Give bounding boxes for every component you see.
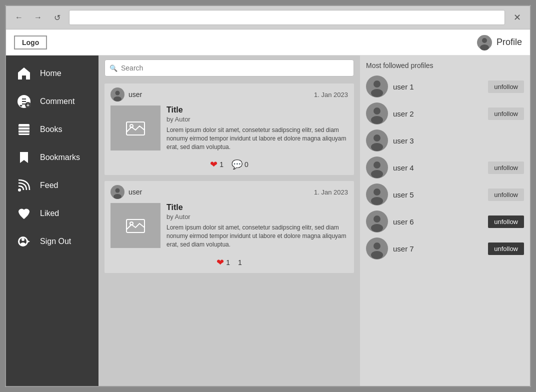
post-comment-count-2: 1 bbox=[238, 258, 242, 266]
svg-point-2 bbox=[480, 44, 489, 50]
profile-area[interactable]: Profile bbox=[476, 34, 522, 50]
svg-point-30 bbox=[371, 89, 383, 97]
sidebar-item-home-label: Home bbox=[40, 69, 62, 78]
sidebar-item-signout[interactable]: Sign Out bbox=[6, 228, 98, 256]
unfollow-button-user7[interactable]: unfollow bbox=[488, 242, 524, 255]
sidebar: Home + Comment Books Boo bbox=[6, 56, 98, 386]
profile-row-user7: user 7 unfollow bbox=[366, 238, 524, 260]
post-image-1 bbox=[110, 106, 160, 150]
right-panel: Most followed profiles user 1 unfollow u… bbox=[360, 56, 530, 386]
profile-name-user6: user 6 bbox=[393, 218, 483, 226]
books-icon bbox=[16, 122, 32, 138]
post-avatar-2 bbox=[110, 185, 124, 199]
heart-icon-2: ❤ bbox=[216, 257, 224, 268]
svg-point-17 bbox=[20, 242, 26, 246]
post-body-1: Title by Autor Lorem ipsum dolor sit ame… bbox=[104, 104, 354, 155]
address-bar[interactable] bbox=[69, 10, 505, 25]
search-bar-wrap bbox=[98, 56, 360, 80]
post-comment-1[interactable]: 💬 0 bbox=[232, 159, 248, 170]
logo-button[interactable]: Logo bbox=[14, 36, 47, 50]
avatar-user7 bbox=[366, 238, 388, 260]
profile-name-user2: user 2 bbox=[393, 110, 483, 118]
sidebar-item-books-label: Books bbox=[40, 125, 62, 134]
profile-row-user1: user 1 unfollow bbox=[366, 76, 524, 98]
svg-point-42 bbox=[371, 197, 383, 205]
sidebar-item-home[interactable]: Home bbox=[6, 60, 98, 88]
svg-point-27 bbox=[130, 222, 133, 225]
post-like-count-2: 1 bbox=[226, 258, 230, 266]
comment-icon: + bbox=[16, 94, 32, 110]
feed-icon bbox=[16, 178, 32, 194]
close-button[interactable]: ✕ bbox=[510, 10, 524, 24]
post-username-1: user bbox=[128, 90, 142, 98]
unfollow-button-user5[interactable]: unfollow bbox=[488, 188, 524, 201]
profile-label: Profile bbox=[496, 37, 522, 48]
post-title-2: Title bbox=[166, 203, 348, 212]
post-like-2[interactable]: ❤ 1 bbox=[216, 257, 230, 268]
svg-point-13 bbox=[18, 188, 21, 192]
search-input[interactable] bbox=[104, 60, 354, 76]
svg-point-1 bbox=[482, 38, 487, 43]
svg-point-16 bbox=[22, 238, 24, 241]
post-date-1: 1. Jan 2023 bbox=[314, 91, 348, 98]
profile-row-user4: user 4 unfollow bbox=[366, 156, 524, 178]
unfollow-button-user4[interactable]: unfollow bbox=[488, 162, 524, 174]
post-comment-2[interactable]: 1 bbox=[238, 258, 242, 266]
post-header-2: user 1. Jan 2023 bbox=[104, 181, 354, 201]
profile-name-user1: user 1 bbox=[393, 82, 483, 91]
post-username-2: user bbox=[128, 188, 142, 196]
svg-point-24 bbox=[116, 188, 120, 193]
unfollow-button-user6[interactable]: unfollow bbox=[488, 216, 524, 228]
browser-chrome: ← → ↺ ✕ bbox=[6, 6, 530, 30]
sidebar-item-liked[interactable]: Liked bbox=[6, 200, 98, 228]
forward-button[interactable]: → bbox=[31, 10, 45, 24]
sidebar-item-bookmarks[interactable]: Bookmarks bbox=[6, 144, 98, 172]
svg-point-19 bbox=[116, 91, 120, 96]
sidebar-item-liked-label: Liked bbox=[40, 209, 59, 218]
svg-point-20 bbox=[114, 96, 122, 102]
comment-bubble-1: 💬 bbox=[232, 159, 242, 170]
post-content-2: Title by Autor Lorem ipsum dolor sit ame… bbox=[166, 203, 348, 248]
signout-icon bbox=[16, 234, 32, 250]
post-footer-2: ❤ 1 1 bbox=[104, 253, 354, 273]
profile-row-user5: user 5 unfollow bbox=[366, 184, 524, 206]
right-panel-title: Most followed profiles bbox=[366, 62, 524, 70]
outer-frame: ← → ↺ ✕ Logo Profile Home bbox=[5, 5, 531, 387]
post-like-count-1: 1 bbox=[220, 160, 224, 168]
back-button[interactable]: ← bbox=[12, 10, 26, 24]
svg-rect-21 bbox=[126, 122, 144, 135]
svg-point-45 bbox=[371, 224, 383, 232]
search-wrap bbox=[104, 60, 354, 76]
main-layout: Home + Comment Books Boo bbox=[6, 56, 530, 386]
unfollow-button-user2[interactable]: unfollow bbox=[488, 108, 524, 120]
post-like-1[interactable]: ❤ 1 bbox=[210, 159, 224, 170]
post-text-2: Lorem ipsum dolor sit amet, consetetur s… bbox=[166, 224, 348, 248]
profile-name-user4: user 4 bbox=[393, 164, 483, 172]
profile-name-user7: user 7 bbox=[393, 244, 483, 253]
svg-point-32 bbox=[374, 108, 380, 114]
svg-point-36 bbox=[371, 143, 383, 151]
profile-row-user6: user 6 unfollow bbox=[366, 210, 524, 232]
sidebar-item-feed[interactable]: Feed bbox=[6, 172, 98, 200]
svg-text:+: + bbox=[26, 102, 30, 108]
svg-point-22 bbox=[130, 124, 133, 128]
bookmark-icon bbox=[16, 150, 32, 166]
heart-icon bbox=[16, 206, 32, 222]
unfollow-button-user1[interactable]: unfollow bbox=[488, 80, 524, 93]
sidebar-item-comment-label: Comment bbox=[40, 97, 74, 106]
post-body-2: Title by Autor Lorem ipsum dolor sit ame… bbox=[104, 201, 354, 252]
svg-point-41 bbox=[374, 188, 380, 196]
sidebar-item-comment[interactable]: + Comment bbox=[6, 88, 98, 116]
post-autor-2: by Autor bbox=[166, 213, 348, 220]
profile-row-user2: user 2 unfollow bbox=[366, 102, 524, 124]
avatar-user2 bbox=[366, 102, 388, 124]
avatar-user6 bbox=[366, 210, 388, 232]
svg-rect-26 bbox=[126, 220, 144, 232]
content-area: user 1. Jan 2023 Title by Autor Lorem ip… bbox=[98, 56, 360, 386]
post-text-1: Lorem ipsum dolor sit amet, consetetur s… bbox=[166, 126, 348, 151]
post-footer-1: ❤ 1 💬 0 bbox=[104, 155, 354, 175]
avatar-user5 bbox=[366, 184, 388, 206]
refresh-button[interactable]: ↺ bbox=[50, 10, 64, 24]
sidebar-item-books[interactable]: Books bbox=[6, 116, 98, 144]
heart-icon-1: ❤ bbox=[210, 159, 218, 170]
